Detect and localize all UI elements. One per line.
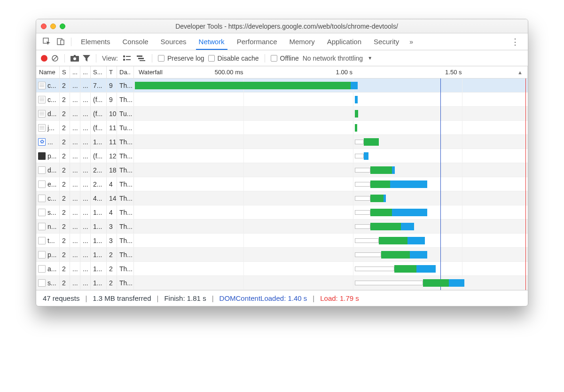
cell-time: 3 xyxy=(107,220,117,233)
tab-memory[interactable]: Memory xyxy=(284,34,321,49)
tab-application[interactable]: Application xyxy=(321,34,367,49)
preserve-log-checkbox[interactable]: Preserve log xyxy=(158,55,204,62)
dom-content-loaded-time: DOMContentLoaded: 1.40 s xyxy=(219,294,307,302)
record-button[interactable] xyxy=(41,55,47,62)
cell-c3: ... xyxy=(70,191,80,205)
file-icon xyxy=(38,265,46,273)
minimize-button[interactable] xyxy=(50,24,56,29)
table-row[interactable]: s...2......1...4Th... xyxy=(36,205,528,220)
cell-time: 4 xyxy=(107,205,117,219)
table-row[interactable]: e...2......2...4Th... xyxy=(36,177,528,191)
cell-c3: ... xyxy=(70,149,80,163)
image-icon xyxy=(38,152,46,160)
cell-name: p... xyxy=(36,149,60,163)
table-row[interactable]: a...2......1...2Th... xyxy=(36,262,528,276)
disable-cache-checkbox[interactable]: Disable cache xyxy=(208,55,259,62)
clear-button[interactable] xyxy=(51,55,59,62)
cell-date: Th... xyxy=(117,248,134,261)
file-icon xyxy=(38,96,46,103)
svg-rect-12 xyxy=(137,55,142,57)
separator xyxy=(71,38,71,46)
cell-waterfall xyxy=(134,93,528,106)
tab-console[interactable]: Console xyxy=(117,34,154,49)
screenshot-icon[interactable] xyxy=(70,55,79,62)
table-row[interactable]: d...2......2...18Th... xyxy=(36,163,528,177)
offline-checkbox[interactable]: Offline xyxy=(271,55,299,62)
cell-size: 1... xyxy=(91,220,107,233)
column-size[interactable]: S... xyxy=(91,66,107,78)
cell-time: 9 xyxy=(107,93,117,106)
cell-c4: ... xyxy=(80,262,91,275)
inspect-element-icon[interactable] xyxy=(40,36,53,48)
tab-network[interactable]: Network xyxy=(193,34,230,49)
file-icon xyxy=(38,209,46,216)
table-row[interactable]: j...2......(f...11Tu... xyxy=(36,121,528,135)
cell-time: 18 xyxy=(107,163,117,177)
cell-date: Th... xyxy=(117,149,134,163)
checkbox-icon xyxy=(158,55,164,62)
table-row[interactable]: p...2......(f...12Th... xyxy=(36,149,528,163)
column-initiator[interactable]: ... xyxy=(80,66,91,78)
window-title: Developer Tools - https://developers.goo… xyxy=(69,23,523,30)
column-type[interactable]: ... xyxy=(70,66,80,78)
cell-waterfall xyxy=(134,107,528,120)
waterfall-view-icon[interactable] xyxy=(136,54,146,63)
table-row[interactable]: c...2......7...9Th... xyxy=(36,78,528,93)
file-icon xyxy=(38,82,46,89)
separator xyxy=(152,54,152,63)
tab-performance[interactable]: Performance xyxy=(231,34,283,49)
maximize-button[interactable] xyxy=(60,24,65,29)
cell-waterfall xyxy=(134,191,528,205)
table-row[interactable]: c...2......(f...9Th... xyxy=(36,93,528,107)
table-row[interactable]: d...2......(f...10Tu... xyxy=(36,107,528,121)
table-row[interactable]: s...2......1...2Th... xyxy=(36,276,528,290)
finish-time: Finish: 1.81 s xyxy=(164,294,206,302)
gear-icon: ✿ xyxy=(38,138,46,146)
cell-status: 2 xyxy=(60,121,70,134)
file-icon xyxy=(38,124,46,132)
throttling-dropdown[interactable]: No network throttling ▼ xyxy=(303,55,372,62)
cell-c4: ... xyxy=(80,135,91,149)
tab-sources[interactable]: Sources xyxy=(155,34,192,49)
tabs-overflow-icon[interactable]: » xyxy=(406,38,417,46)
cell-waterfall xyxy=(134,121,528,134)
cell-time: 10 xyxy=(107,107,117,120)
cell-status: 2 xyxy=(60,107,70,120)
column-name[interactable]: Name xyxy=(36,66,60,78)
separator xyxy=(64,54,65,63)
column-waterfall[interactable]: Waterfall ▲ 500.00 ms1.00 s1.50 s xyxy=(134,66,528,78)
file-icon xyxy=(38,223,46,230)
cell-name: p... xyxy=(36,248,60,261)
cell-c3: ... xyxy=(70,121,80,134)
cell-date: Th... xyxy=(117,205,134,219)
column-status[interactable]: S xyxy=(60,66,70,78)
cell-status: 2 xyxy=(60,262,70,275)
toggle-device-icon[interactable] xyxy=(54,36,67,48)
tab-elements[interactable]: Elements xyxy=(75,34,116,49)
table-row[interactable]: ✿...2......1...11Th... xyxy=(36,135,528,149)
cell-size: 2... xyxy=(91,163,107,177)
cell-c3: ... xyxy=(70,93,80,106)
column-date[interactable]: Da.. xyxy=(117,66,134,78)
filter-icon[interactable] xyxy=(83,55,90,62)
tab-security[interactable]: Security xyxy=(368,34,405,49)
table-row[interactable]: c...2......4...14Th... xyxy=(36,191,528,205)
waterfall-tick: 1.50 s xyxy=(445,66,462,78)
large-rows-icon[interactable] xyxy=(122,54,132,63)
column-time[interactable]: T xyxy=(107,66,117,78)
table-row[interactable]: p...2......1...2Th... xyxy=(36,248,528,262)
chevron-down-icon: ▼ xyxy=(368,55,372,61)
cell-waterfall xyxy=(134,163,528,177)
close-button[interactable] xyxy=(41,24,47,29)
table-row[interactable]: t...2......1...3Th... xyxy=(36,234,528,248)
cell-name: c... xyxy=(36,78,60,92)
cell-size: 7... xyxy=(91,78,107,92)
more-options-icon[interactable]: ⋮ xyxy=(506,37,524,47)
cell-c4: ... xyxy=(80,276,91,290)
requests-count: 47 requests xyxy=(43,294,79,302)
panel-tabs: ElementsConsoleSourcesNetworkPerformance… xyxy=(36,33,528,50)
cell-waterfall xyxy=(134,135,528,149)
cell-waterfall xyxy=(134,78,528,92)
table-row[interactable]: n...2......1...3Th... xyxy=(36,220,528,234)
cell-c3: ... xyxy=(70,107,80,120)
